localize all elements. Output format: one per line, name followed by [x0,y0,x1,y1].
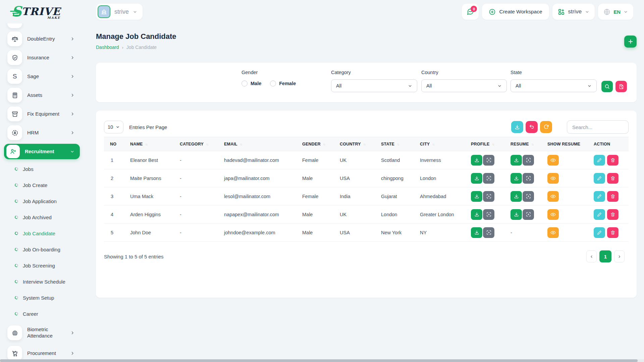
sort-icon[interactable]: ↑↓ [492,142,494,146]
sidebar-subitem-job-onboarding[interactable]: Job On-boarding [0,241,84,257]
undo-button[interactable] [526,121,538,133]
candidates-table: NONAME↑↓CATEGORY↑↓EMAIL↑↓GENDER↑↓COUNTRY… [104,137,629,242]
sort-icon[interactable]: ↑↓ [240,142,242,146]
delete-button[interactable] [607,209,619,220]
workspace-selector[interactable]: strive [96,4,143,20]
resume-scan-button[interactable] [523,209,534,220]
sidebar-subitem-interview-schedule[interactable]: Interview Schedule [0,274,84,290]
column-header[interactable]: CITY↑↓ [417,137,468,151]
sort-icon[interactable]: ↑↓ [206,142,208,146]
category-select[interactable]: All [331,79,417,92]
sidebar-item-insurance[interactable]: Insurance [0,48,84,67]
edit-button[interactable] [594,155,605,166]
radio-icon[interactable] [270,80,276,86]
state-select[interactable]: All [511,79,597,92]
edit-button[interactable] [594,191,605,202]
column-header[interactable]: EMAIL↑↓ [221,137,300,151]
show-resume-button[interactable] [547,227,559,238]
sidebar-subitem-system-setup[interactable]: System Setup [0,290,84,306]
column-header[interactable]: NAME↑↓ [127,137,177,151]
refresh-button[interactable] [540,121,552,133]
show-resume-button[interactable] [547,209,559,220]
add-candidate-button[interactable] [624,36,637,48]
sort-icon[interactable]: ↑↓ [397,142,399,146]
sidebar-item-assets[interactable]: Assets [0,86,84,105]
filter-clear-button[interactable] [615,81,627,92]
profile-download-button[interactable] [471,191,482,202]
next-page-button[interactable]: › [614,250,625,262]
sidebar-subitem-career[interactable]: Career [0,306,84,322]
sidebar-subitem-job-application[interactable]: Job Application [0,193,84,209]
sidebar-item-recruitment[interactable]: Recruitment [4,144,80,159]
current-page-button[interactable]: 1 [599,250,611,262]
filter-search-button[interactable] [601,81,613,92]
resume-download-button[interactable] [511,191,522,202]
edit-button[interactable] [594,209,605,220]
show-resume-button[interactable] [547,155,559,166]
sidebar-subitem-jobs[interactable]: Jobs [0,161,84,177]
sidebar-subitem-job-archived[interactable]: Job Archived [0,209,84,225]
resume-download-button[interactable] [511,173,522,184]
resume-download-button[interactable] [511,209,522,220]
column-header[interactable]: RESUME↑↓ [508,137,545,151]
resume-download-button[interactable] [511,155,522,166]
sidebar-subitem-job-candidate[interactable]: Job Candidate [0,225,84,241]
column-header[interactable]: CATEGORY↑↓ [177,137,221,151]
country-select[interactable]: All [421,79,507,92]
profile-scan-button[interactable] [483,155,494,166]
sort-icon[interactable]: ↑↓ [432,142,434,146]
sort-icon[interactable]: ↑↓ [145,142,147,146]
export-download-button[interactable] [511,121,523,133]
column-header[interactable]: COUNTRY↑↓ [337,137,378,151]
profile-download-button[interactable] [471,209,482,220]
edit-button[interactable] [594,227,605,238]
download-icon [514,194,519,199]
resume-scan-button[interactable] [523,191,534,202]
profile-scan-button[interactable] [483,173,494,184]
previous-page-button[interactable]: ‹ [586,250,597,262]
sidebar-subitem-job-create[interactable]: Job Create [0,177,84,193]
language-selector[interactable]: EN [598,4,633,20]
sidebar-item-biometric-attendance[interactable]: Biometric Attendance [0,322,84,344]
sidebar-subitem-job-screening[interactable]: Job Screening [0,257,84,274]
workspace-menu[interactable]: strive [552,4,595,20]
table-search-input[interactable] [567,120,629,134]
sort-icon[interactable]: ↑↓ [531,142,533,146]
profile-download-button[interactable] [471,227,482,238]
column-header[interactable]: STATE↑↓ [378,137,417,151]
resume-scan-button[interactable] [523,155,534,166]
profile-scan-button[interactable] [483,227,494,238]
entries-per-page-select[interactable]: 10 [104,121,123,133]
profile-download-button[interactable] [471,173,482,184]
sidebar-item-sage[interactable]: S Sage [0,67,84,86]
sidebar-item-procurement[interactable]: Procurement [0,344,84,359]
profile-scan-button[interactable] [483,209,494,220]
show-resume-button[interactable] [547,191,559,202]
profile-scan-button[interactable] [483,191,494,202]
breadcrumb-dashboard-link[interactable]: Dashboard [96,45,119,50]
profile-download-button[interactable] [471,155,482,166]
sort-icon[interactable]: ↑↓ [323,142,325,146]
gender-radio-female[interactable]: Female [270,80,296,86]
sort-icon[interactable]: ↑↓ [363,142,365,146]
delete-button[interactable] [607,155,619,166]
sidebar-item-hrm[interactable]: HRM [0,123,84,142]
delete-button[interactable] [607,173,619,184]
show-resume-button[interactable] [547,173,559,184]
resume-scan-button[interactable] [523,173,534,184]
column-header[interactable]: PROFILE↑↓ [468,137,508,151]
sidebar-item-doubleentry[interactable]: DoubleEntry [0,29,84,48]
delete-button[interactable] [607,227,619,238]
category-label: Category [331,70,417,75]
radio-icon[interactable] [241,80,248,86]
strive-logo[interactable]: STRIVE MAKE [11,5,60,19]
create-workspace-button[interactable]: Create Workspace [482,4,549,20]
sidebar-item-fix-equipment[interactable]: Fix Equipment [0,105,84,123]
edit-button[interactable] [594,173,605,184]
gender-radio-male[interactable]: Male [241,80,261,86]
column-header[interactable]: GENDER↑↓ [300,137,337,151]
scrollbar-thumb[interactable] [0,359,638,362]
messages-button[interactable]: 0 [462,4,479,20]
horizontal-scrollbar[interactable] [0,359,644,362]
delete-button[interactable] [607,191,619,202]
